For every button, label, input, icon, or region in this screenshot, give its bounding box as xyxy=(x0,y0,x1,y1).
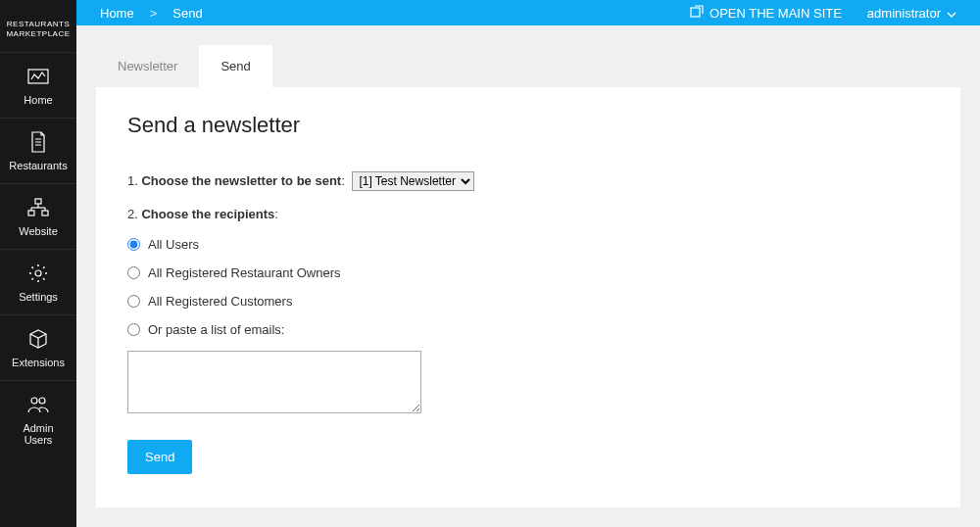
step1-label: Choose the newsletter to be sent xyxy=(141,173,341,188)
radio-customers[interactable] xyxy=(127,295,140,308)
topbar-right: OPEN THE MAIN SITE administrator xyxy=(690,5,956,22)
radio-owners[interactable] xyxy=(127,266,140,279)
breadcrumb-home[interactable]: Home xyxy=(100,6,134,21)
document-icon xyxy=(26,130,50,154)
sidebar-item-restaurants[interactable]: Restaurants xyxy=(0,118,76,183)
topbar: Home > Send OPEN THE MAIN SITE administr… xyxy=(76,0,980,25)
step-2-row: 2. Choose the recipients: xyxy=(127,207,929,221)
svg-rect-14 xyxy=(691,8,700,17)
radio-row-paste-emails[interactable]: Or paste a list of emails: xyxy=(127,322,929,337)
radio-row-customers[interactable]: All Registered Customers xyxy=(127,294,929,309)
radio-all-users[interactable] xyxy=(127,238,140,251)
radio-label-paste-emails: Or paste a list of emails: xyxy=(148,322,284,337)
user-menu[interactable]: administrator xyxy=(867,6,956,21)
svg-rect-6 xyxy=(42,211,48,216)
breadcrumb-current[interactable]: Send xyxy=(172,6,202,21)
svg-rect-5 xyxy=(28,211,34,216)
svg-point-12 xyxy=(31,398,37,404)
external-link-icon xyxy=(690,5,704,22)
emails-textarea[interactable] xyxy=(127,351,421,413)
home-icon xyxy=(26,65,50,88)
logo-line2: MARKETPLACE xyxy=(4,29,73,39)
svg-point-11 xyxy=(35,270,41,276)
gear-icon xyxy=(26,262,50,285)
step2-label: Choose the recipients xyxy=(141,207,274,221)
sidebar-item-admin-users[interactable]: Admin Users xyxy=(0,380,76,457)
radio-label-owners: All Registered Restaurant Owners xyxy=(148,265,341,280)
radio-label-customers: All Registered Customers xyxy=(148,294,292,309)
sidebar-label-website: Website xyxy=(19,225,58,237)
open-main-site-link[interactable]: OPEN THE MAIN SITE xyxy=(690,5,842,22)
step1-prefix: 1. xyxy=(127,173,141,188)
logo: RESTAURANTS MARKETPLACE xyxy=(0,0,76,52)
cube-icon xyxy=(26,327,50,351)
svg-point-13 xyxy=(39,398,45,404)
sidebar-label-settings: Settings xyxy=(19,291,58,303)
radio-row-all-users[interactable]: All Users xyxy=(127,237,929,252)
tabs-bar: Newsletter Send xyxy=(96,45,960,87)
sidebar-item-extensions[interactable]: Extensions xyxy=(0,314,76,380)
radio-label-all-users: All Users xyxy=(148,237,199,252)
sitemap-icon xyxy=(26,196,50,219)
content-wrap: Newsletter Send Send a newsletter 1. Cho… xyxy=(76,25,980,527)
tab-newsletter[interactable]: Newsletter xyxy=(96,45,199,87)
radio-paste-emails[interactable] xyxy=(127,323,140,336)
sidebar-label-home: Home xyxy=(24,94,52,106)
users-icon xyxy=(26,393,50,416)
sidebar-item-home[interactable]: Home xyxy=(0,52,76,118)
sidebar-item-website[interactable]: Website xyxy=(0,183,76,249)
svg-rect-4 xyxy=(35,199,41,204)
user-label: administrator xyxy=(867,6,941,21)
sidebar-item-settings[interactable]: Settings xyxy=(0,249,76,314)
breadcrumb: Home > Send xyxy=(100,6,203,21)
send-button[interactable]: Send xyxy=(127,440,192,474)
breadcrumb-separator: > xyxy=(150,6,158,21)
step2-prefix: 2. xyxy=(127,207,141,221)
newsletter-select[interactable]: [1] Test Newsletter xyxy=(352,171,474,191)
radio-row-owners[interactable]: All Registered Restaurant Owners xyxy=(127,265,929,280)
step-1-row: 1. Choose the newsletter to be sent: [1]… xyxy=(127,171,929,191)
sidebar: RESTAURANTS MARKETPLACE Home Restaurants… xyxy=(0,0,76,527)
chevron-down-icon xyxy=(947,6,956,21)
tab-send[interactable]: Send xyxy=(199,45,271,87)
step1-colon: : xyxy=(341,173,348,188)
card-body: Send a newsletter 1. Choose the newslett… xyxy=(96,87,960,507)
sidebar-label-admin-users: Admin Users xyxy=(23,422,53,446)
main: Home > Send OPEN THE MAIN SITE administr… xyxy=(76,0,980,527)
page-title: Send a newsletter xyxy=(127,113,929,138)
sidebar-label-extensions: Extensions xyxy=(12,357,65,368)
logo-line1: RESTAURANTS xyxy=(4,20,73,29)
open-main-site-label: OPEN THE MAIN SITE xyxy=(710,6,842,21)
step2-colon: : xyxy=(274,207,278,221)
sidebar-label-restaurants: Restaurants xyxy=(9,160,67,171)
